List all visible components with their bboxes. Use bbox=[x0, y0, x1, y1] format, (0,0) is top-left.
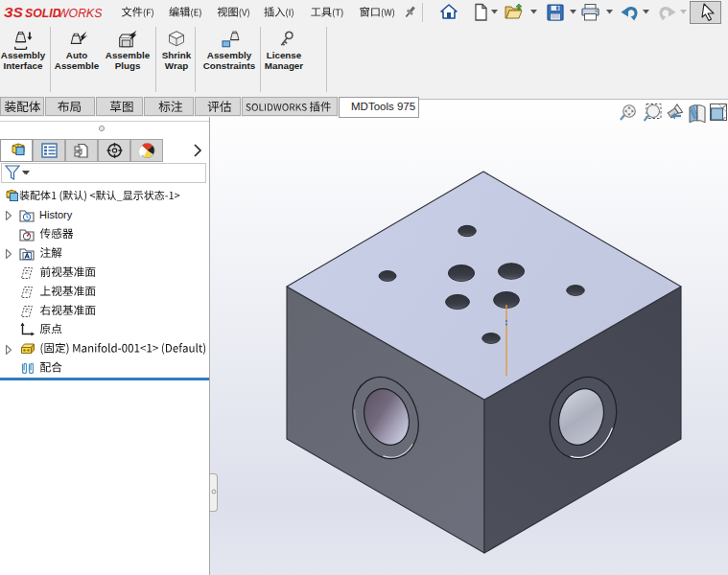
svg-text:WORKS: WORKS bbox=[58, 7, 103, 20]
svg-text:ЗS: ЗS bbox=[4, 4, 23, 20]
svg-text:SOLID: SOLID bbox=[25, 7, 61, 20]
